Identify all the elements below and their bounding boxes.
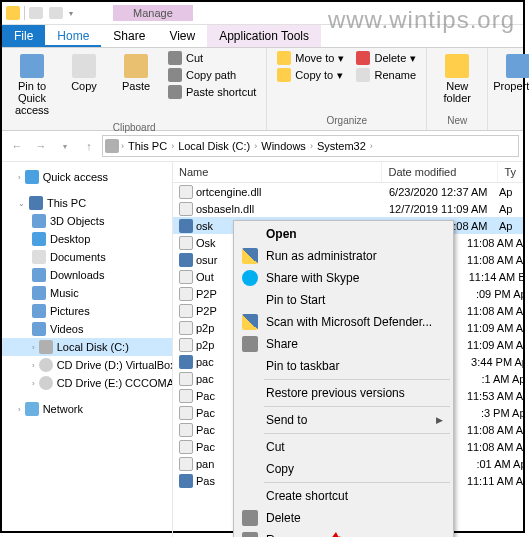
file-name: Pac: [196, 407, 215, 419]
copy-path-button[interactable]: Copy path: [164, 67, 260, 83]
recent-dropdown[interactable]: ▾: [54, 135, 76, 157]
rename-button[interactable]: Rename: [352, 67, 420, 83]
nav-local-disk-c[interactable]: ›Local Disk (C:): [2, 338, 172, 356]
nav-cd-drive-e[interactable]: ›CD Drive (E:) CCCOMA_X64FRE_: [2, 374, 172, 392]
ctx-rename[interactable]: Rename: [236, 529, 451, 537]
ctx-pin-start[interactable]: Pin to Start: [236, 289, 451, 311]
ctx-share-skype[interactable]: Share with Skype: [236, 267, 451, 289]
file-icon: [179, 304, 193, 318]
column-headers[interactable]: Name Date modified Ty: [173, 162, 523, 183]
file-name: osur: [196, 254, 217, 266]
file-icon: [179, 440, 193, 454]
nav-music[interactable]: Music: [2, 284, 172, 302]
file-type: 11:09 AM Ap: [467, 322, 523, 334]
nav-documents[interactable]: Documents: [2, 248, 172, 266]
context-menu: Open Run as administrator Share with Sky…: [233, 220, 454, 537]
file-name: p2p: [196, 322, 214, 334]
file-row[interactable]: osbaseln.dll12/7/2019 11:09 AMAp: [173, 200, 523, 217]
paste-button[interactable]: Paste: [112, 50, 160, 96]
cut-button[interactable]: Cut: [164, 50, 260, 66]
ctx-cut[interactable]: Cut: [236, 436, 451, 458]
tab-share[interactable]: Share: [101, 25, 157, 47]
file-name: osbaseln.dll: [196, 203, 254, 215]
up-button[interactable]: ↑: [78, 135, 100, 157]
file-name: pac: [196, 373, 214, 385]
file-name: Pas: [196, 475, 215, 487]
ctx-copy[interactable]: Copy: [236, 458, 451, 480]
nav-pictures[interactable]: Pictures: [2, 302, 172, 320]
nav-desktop[interactable]: Desktop: [2, 230, 172, 248]
ctx-send-to[interactable]: Send to▶: [236, 409, 451, 431]
crumb-windows[interactable]: Windows: [259, 140, 308, 152]
file-icon: [179, 457, 193, 471]
qat-btn[interactable]: [49, 7, 63, 19]
contextual-tab-label: Manage: [113, 5, 193, 21]
drive-icon: [105, 139, 119, 153]
ctx-open[interactable]: Open: [236, 223, 451, 245]
file-name: Osk: [196, 237, 216, 249]
tab-home[interactable]: Home: [45, 25, 101, 47]
ctx-pin-taskbar[interactable]: Pin to taskbar: [236, 355, 451, 377]
file-icon: [179, 185, 193, 199]
file-name: Pac: [196, 424, 215, 436]
file-row[interactable]: ortcengine.dll6/23/2020 12:37 AMAp: [173, 183, 523, 200]
tab-file[interactable]: File: [2, 25, 45, 47]
group-label-open: Open: [494, 113, 529, 128]
breadcrumb-bar[interactable]: › This PC› Local Disk (C:)› Windows› Sys…: [102, 135, 519, 157]
submenu-arrow-icon: ▶: [436, 415, 443, 425]
nav-network[interactable]: ›Network: [2, 400, 172, 418]
qat-dropdown-icon[interactable]: ▾: [69, 9, 73, 18]
ctx-create-shortcut[interactable]: Create shortcut: [236, 485, 451, 507]
col-name[interactable]: Name: [173, 162, 382, 182]
forward-button[interactable]: →: [30, 135, 52, 157]
pin-quick-access-button[interactable]: Pin to Quick access: [8, 50, 56, 120]
nav-quick-access[interactable]: ›Quick access: [2, 168, 172, 186]
copy-to-button[interactable]: Copy to▾: [273, 67, 348, 83]
delete-button[interactable]: Delete▾: [352, 50, 420, 66]
file-type: 11:08 AM Ap: [467, 305, 523, 317]
paste-shortcut-button[interactable]: Paste shortcut: [164, 84, 260, 100]
nav-cd-drive-d[interactable]: ›CD Drive (D:) VirtualBox Guest A: [2, 356, 172, 374]
crumb-system32[interactable]: System32: [315, 140, 368, 152]
file-date: 12/7/2019 11:09 AM: [389, 203, 499, 215]
col-type[interactable]: Ty: [498, 162, 523, 182]
file-type: 11:08 AM Ap: [467, 254, 523, 266]
crumb-this-pc[interactable]: This PC: [126, 140, 169, 152]
ribbon: Pin to Quick access Copy Paste Cut Copy …: [2, 48, 523, 131]
file-icon: [179, 270, 193, 284]
tab-application-tools[interactable]: Application Tools: [207, 25, 321, 47]
nav-videos[interactable]: Videos: [2, 320, 172, 338]
ctx-restore-versions[interactable]: Restore previous versions: [236, 382, 451, 404]
delete-icon: [242, 510, 258, 526]
move-to-button[interactable]: Move to▾: [273, 50, 348, 66]
skype-icon: [242, 270, 258, 286]
file-type: 11:08 AM Ap: [467, 237, 523, 249]
copy-button[interactable]: Copy: [60, 50, 108, 96]
file-type: 11:08 AM Ap: [467, 424, 523, 436]
back-button[interactable]: ←: [6, 135, 28, 157]
col-date[interactable]: Date modified: [382, 162, 498, 182]
ctx-delete[interactable]: Delete: [236, 507, 451, 529]
new-folder-button[interactable]: New folder: [433, 50, 481, 108]
file-name: Out: [196, 271, 214, 283]
shield-icon: [242, 248, 258, 264]
defender-icon: [242, 314, 258, 330]
ctx-share[interactable]: Share: [236, 333, 451, 355]
qat-btn[interactable]: [29, 7, 43, 19]
file-list: Name Date modified Ty ortcengine.dll6/23…: [173, 162, 523, 537]
file-icon: [179, 372, 193, 386]
tab-view[interactable]: View: [157, 25, 207, 47]
ctx-scan-defender[interactable]: Scan with Microsoft Defender...: [236, 311, 451, 333]
file-name: osk: [196, 220, 213, 232]
properties-button[interactable]: Properties: [494, 50, 529, 96]
nav-this-pc[interactable]: ⌄This PC: [2, 194, 172, 212]
nav-3d-objects[interactable]: 3D Objects: [2, 212, 172, 230]
file-icon: [179, 355, 193, 369]
ctx-run-as-admin[interactable]: Run as administrator: [236, 245, 451, 267]
nav-downloads[interactable]: Downloads: [2, 266, 172, 284]
file-icon: [179, 338, 193, 352]
address-bar-row: ← → ▾ ↑ › This PC› Local Disk (C:)› Wind…: [2, 131, 523, 162]
crumb-c[interactable]: Local Disk (C:): [176, 140, 252, 152]
file-type: 11:53 AM Ap: [467, 390, 523, 402]
file-icon: [179, 202, 193, 216]
